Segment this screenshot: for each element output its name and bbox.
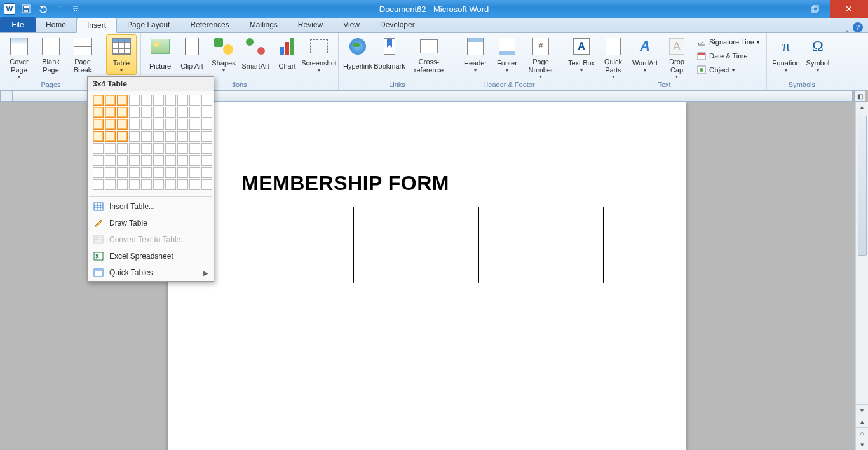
draw-table-menu-item[interactable]: Draw Table — [88, 215, 214, 231]
grid-cell[interactable] — [105, 119, 116, 130]
grid-cell[interactable] — [93, 119, 104, 130]
grid-cell[interactable] — [105, 95, 116, 106]
equation-button[interactable]: πEquation▾ — [771, 34, 801, 75]
symbol-button[interactable]: ΩSymbol▾ — [803, 34, 833, 75]
grid-cell[interactable] — [141, 167, 152, 178]
grid-cell[interactable] — [189, 107, 200, 118]
table-cell[interactable] — [478, 264, 603, 283]
close-button[interactable]: ✕ — [830, 0, 868, 18]
chart-button[interactable]: Chart — [272, 34, 302, 75]
table-cell[interactable] — [229, 207, 354, 226]
table-cell[interactable] — [478, 207, 603, 226]
grid-cell[interactable] — [129, 119, 140, 130]
grid-cell[interactable] — [189, 179, 200, 190]
grid-cell[interactable] — [141, 155, 152, 166]
grid-cell[interactable] — [141, 143, 152, 154]
save-button[interactable] — [19, 2, 33, 16]
grid-cell[interactable] — [117, 119, 128, 130]
tab-page-layout[interactable]: Page Layout — [117, 17, 180, 32]
smartart-button[interactable]: SmartArt — [240, 34, 271, 75]
grid-cell[interactable] — [93, 95, 104, 106]
object-button[interactable]: Object ▾ — [693, 64, 763, 76]
grid-cell[interactable] — [165, 95, 176, 106]
page-break-button[interactable]: Page Break — [67, 34, 98, 75]
table-cell[interactable] — [478, 245, 603, 264]
grid-cell[interactable] — [189, 131, 200, 142]
grid-cell[interactable] — [93, 179, 104, 190]
drop-cap-button[interactable]: ADrop Cap▾ — [661, 34, 692, 80]
grid-cell[interactable] — [141, 131, 152, 142]
insert-table-menu-item[interactable]: Insert Table... — [88, 198, 214, 215]
grid-cell[interactable] — [189, 95, 200, 106]
grid-cell[interactable] — [141, 95, 152, 106]
grid-cell[interactable] — [105, 179, 116, 190]
grid-cell[interactable] — [201, 155, 212, 166]
grid-cell[interactable] — [129, 131, 140, 142]
grid-cell[interactable] — [153, 179, 164, 190]
picture-button[interactable]: Picture — [145, 34, 175, 75]
grid-cell[interactable] — [153, 119, 164, 130]
screenshot-button[interactable]: Screenshot▾ — [304, 34, 334, 75]
grid-cell[interactable] — [177, 143, 188, 154]
ruler-toggle-button[interactable]: ◧ — [854, 90, 865, 102]
grid-cell[interactable] — [201, 107, 212, 118]
table-cell[interactable] — [354, 264, 478, 283]
grid-cell[interactable] — [153, 155, 164, 166]
grid-cell[interactable] — [153, 131, 164, 142]
grid-cell[interactable] — [93, 143, 104, 154]
clip-art-button[interactable]: Clip Art — [177, 34, 207, 75]
table-button[interactable]: Table▾ — [106, 34, 137, 75]
excel-spreadsheet-menu-item[interactable]: Excel Spreadsheet — [88, 248, 214, 264]
table-cell[interactable] — [229, 264, 354, 283]
text-box-button[interactable]: AText Box▾ — [566, 34, 597, 75]
date-time-button[interactable]: Date & Time — [693, 50, 763, 62]
grid-cell[interactable] — [177, 179, 188, 190]
scroll-up-button[interactable]: ▲ — [856, 102, 868, 113]
undo-button[interactable] — [36, 2, 50, 16]
cross-reference-button[interactable]: Cross-reference — [406, 34, 452, 75]
bookmark-button[interactable]: Bookmark — [374, 34, 405, 75]
grid-cell[interactable] — [165, 155, 176, 166]
redo-button[interactable] — [52, 2, 66, 16]
help-button[interactable]: ? — [853, 22, 863, 32]
grid-cell[interactable] — [153, 95, 164, 106]
grid-cell[interactable] — [105, 107, 116, 118]
grid-cell[interactable] — [93, 167, 104, 178]
qat-customize-button[interactable] — [69, 2, 83, 16]
table-cell[interactable] — [354, 207, 478, 226]
tab-home[interactable]: Home — [36, 17, 76, 32]
grid-cell[interactable] — [93, 107, 104, 118]
next-page-button[interactable]: ▾ — [856, 439, 868, 450]
browse-object-button[interactable]: ○ — [856, 427, 868, 439]
shapes-button[interactable]: Shapes▾ — [208, 34, 239, 75]
cover-page-button[interactable]: Cover Page▾ — [4, 34, 34, 80]
grid-cell[interactable] — [201, 131, 212, 142]
grid-cell[interactable] — [165, 143, 176, 154]
grid-cell[interactable] — [177, 167, 188, 178]
prev-page-button[interactable]: ▴ — [856, 416, 868, 427]
grid-cell[interactable] — [177, 119, 188, 130]
grid-cell[interactable] — [177, 95, 188, 106]
minimize-button[interactable]: — — [771, 0, 801, 18]
table-cell[interactable] — [229, 226, 354, 245]
grid-cell[interactable] — [117, 131, 128, 142]
grid-cell[interactable] — [165, 107, 176, 118]
hyperlink-button[interactable]: Hyperlink — [342, 34, 373, 75]
footer-button[interactable]: Footer▾ — [492, 34, 522, 75]
grid-cell[interactable] — [165, 131, 176, 142]
table-cell[interactable] — [354, 226, 478, 245]
grid-cell[interactable] — [177, 155, 188, 166]
blank-page-button[interactable]: Blank Page — [36, 34, 66, 75]
grid-cell[interactable] — [105, 155, 116, 166]
table-cell[interactable] — [229, 245, 354, 264]
grid-cell[interactable] — [201, 95, 212, 106]
grid-cell[interactable] — [141, 107, 152, 118]
grid-cell[interactable] — [129, 179, 140, 190]
grid-cell[interactable] — [105, 143, 116, 154]
grid-cell[interactable] — [105, 167, 116, 178]
minimize-ribbon-button[interactable]: ˬ — [845, 23, 849, 32]
scroll-down-button[interactable]: ▼ — [856, 404, 868, 416]
quick-tables-menu-item[interactable]: Quick Tables▶ — [88, 264, 214, 281]
grid-cell[interactable] — [201, 119, 212, 130]
grid-cell[interactable] — [177, 107, 188, 118]
